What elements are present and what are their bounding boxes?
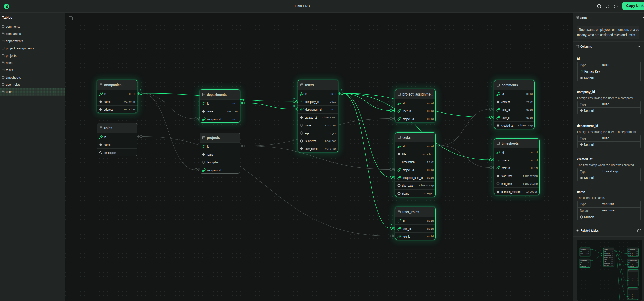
svg-text:uuid: uuid (612, 253, 613, 254)
svg-text:n: n (490, 155, 492, 158)
svg-text:1: 1 (341, 89, 343, 92)
svg-text:age: age (605, 261, 606, 262)
svg-text:status: status (629, 284, 632, 285)
svg-text:user_roles: user_roles (630, 249, 635, 250)
svg-text:n: n (490, 113, 492, 116)
svg-text:content: content (629, 292, 633, 294)
svg-text:boolean: boolean (611, 263, 613, 264)
svg-text:id: id (629, 262, 630, 263)
svg-text:timestamp: timestamp (634, 298, 637, 299)
svg-text:user_id: user_id (629, 264, 632, 265)
svg-text:id: id (581, 262, 582, 263)
svg-text:n: n (293, 97, 295, 100)
svg-text:uuid: uuid (636, 251, 638, 252)
svg-text:tasks: tasks (630, 270, 632, 272)
svg-text:id: id (629, 290, 630, 292)
svg-text:uuid: uuid (588, 266, 589, 267)
svg-text:id: id (629, 272, 630, 274)
svg-text:integer: integer (635, 284, 638, 285)
svg-text:users: users (605, 249, 608, 250)
svg-text:timestamp: timestamp (634, 283, 638, 284)
svg-text:uuid: uuid (636, 291, 637, 292)
svg-text:uuid: uuid (588, 262, 589, 263)
svg-text:company_id: company_id (581, 266, 586, 267)
svg-text:text: text (636, 277, 638, 277)
svg-text:timestamp: timestamp (610, 257, 613, 258)
svg-text:name: name (581, 264, 583, 265)
svg-text:text: text (636, 293, 637, 294)
svg-text:user_id: user_id (629, 253, 632, 254)
svg-text:uuid: uuid (636, 273, 638, 274)
svg-text:department_id: department_id (605, 255, 611, 256)
svg-text:uuid: uuid (636, 264, 638, 265)
svg-text:assigned_user_id: assigned_user_id (629, 280, 635, 281)
svg-text:departments: departments (581, 260, 587, 261)
svg-text:n: n (293, 105, 295, 108)
svg-text:uuid: uuid (636, 294, 637, 295)
svg-text:role_id: role_id (629, 255, 632, 256)
svg-text:uuid: uuid (612, 251, 613, 252)
svg-text:uuid: uuid (636, 280, 638, 281)
svg-text:uuid: uuid (636, 255, 638, 256)
svg-text:address: address (581, 254, 584, 256)
svg-text:title: title (629, 274, 632, 276)
svg-text:project_assignme...: project_assignme... (630, 260, 638, 261)
svg-text:uuid: uuid (588, 251, 589, 252)
svg-text:name: name (605, 259, 607, 260)
svg-text:uuid: uuid (636, 253, 638, 254)
svg-text:n: n (391, 106, 392, 109)
svg-text:description: description (629, 276, 634, 277)
svg-text:1: 1 (140, 89, 142, 92)
svg-text:name: name (581, 253, 583, 254)
svg-text:company_id: company_id (605, 253, 610, 254)
svg-text:n: n (391, 173, 392, 176)
svg-text:uuid: uuid (636, 278, 638, 279)
svg-text:integer: integer (611, 261, 613, 262)
svg-text:due_date: due_date (629, 282, 633, 284)
svg-text:uuid: uuid (636, 266, 638, 267)
svg-text:user_id: user_id (629, 296, 632, 297)
svg-text:uuid: uuid (636, 296, 637, 297)
svg-text:id: id (629, 251, 630, 252)
svg-text:id: id (581, 251, 582, 252)
svg-text:varchar: varchar (635, 275, 638, 276)
svg-text:is_deleted: is_deleted (605, 262, 610, 264)
svg-text:uuid: uuid (636, 262, 638, 263)
svg-text:user_name: user_name (605, 265, 609, 266)
svg-text:created_at: created_at (605, 257, 610, 258)
svg-text:varchar: varchar (611, 265, 613, 266)
svg-text:n: n (391, 224, 392, 227)
svg-text:id: id (605, 251, 606, 252)
svg-text:comments: comments (630, 288, 634, 290)
svg-text:created_at: created_at (629, 298, 634, 299)
svg-text:varchar: varchar (587, 253, 589, 254)
svg-text:varchar: varchar (611, 259, 613, 260)
svg-text:varchar: varchar (587, 264, 589, 265)
svg-text:1: 1 (243, 99, 244, 102)
svg-text:companies: companies (581, 249, 586, 250)
svg-text:varchar: varchar (587, 255, 589, 256)
svg-text:project_id: project_id (629, 266, 634, 267)
svg-text:uuid: uuid (612, 255, 613, 256)
svg-text:project_id: project_id (629, 278, 634, 279)
svg-text:task_id: task_id (629, 294, 632, 295)
